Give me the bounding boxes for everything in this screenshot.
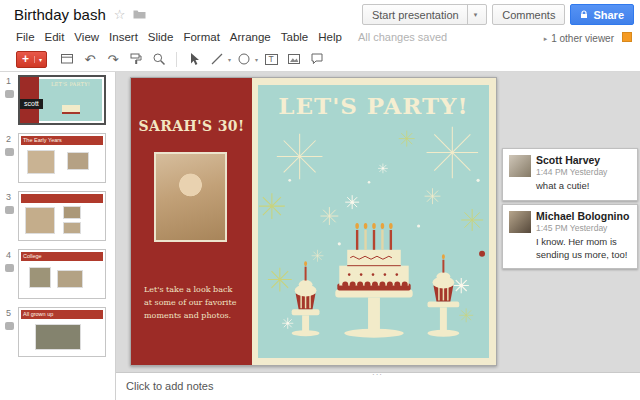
start-presentation-label: Start presentation bbox=[372, 9, 459, 21]
slide-thumbnail-5[interactable]: All grown up bbox=[18, 307, 106, 357]
viewer-label: 1 other viewer bbox=[551, 33, 614, 44]
slide-title-text[interactable]: LET'S PARTY! bbox=[258, 92, 489, 119]
starburst-icons-cream bbox=[277, 127, 478, 262]
menu-arrange[interactable]: Arrange bbox=[230, 31, 271, 43]
menu-format[interactable]: Format bbox=[183, 31, 219, 43]
menu-bar: File Edit View Insert Slide Format Arran… bbox=[0, 28, 640, 47]
textbox-tool-icon[interactable]: T bbox=[261, 50, 281, 69]
comment-card[interactable]: Scott Harvey 1:44 PM Yesterday what a cu… bbox=[502, 148, 638, 201]
menu-edit[interactable]: Edit bbox=[45, 31, 65, 43]
slide-row-5: 5 All grown up bbox=[0, 307, 116, 361]
menu-slide[interactable]: Slide bbox=[148, 31, 174, 43]
select-cursor-icon[interactable] bbox=[184, 50, 204, 69]
cupcake-left-graphic bbox=[292, 261, 320, 336]
slide-filmstrip: 1 LET'S PARTY! scott 2 The Early Years 3 bbox=[0, 72, 116, 400]
image-tool-icon[interactable] bbox=[284, 50, 304, 69]
toolbar-separator bbox=[176, 52, 177, 67]
comment-timestamp: 1:44 PM Yesterday bbox=[536, 167, 630, 177]
thumb1-teal-panel: LET'S PARTY! bbox=[39, 79, 102, 121]
menu-insert[interactable]: Insert bbox=[109, 31, 138, 43]
comment-author: Michael Bolognino bbox=[536, 210, 630, 222]
comment-card[interactable]: Michael Bolognino 1:45 PM Yesterday I kn… bbox=[502, 204, 638, 270]
menu-help[interactable]: Help bbox=[318, 31, 342, 43]
notes-placeholder[interactable]: Click to add notes bbox=[126, 380, 213, 392]
app-window: Birthday bash ☆ Start presentation ▾ Com… bbox=[0, 0, 640, 400]
share-button[interactable]: Share bbox=[570, 4, 634, 25]
slide-teal-panel[interactable]: LET'S PARTY! bbox=[258, 85, 489, 358]
red-ornament-dot bbox=[479, 251, 485, 257]
comment-author: Scott Harvey bbox=[536, 154, 630, 166]
viewer-caret-icon: ▸ bbox=[544, 35, 548, 43]
slide-decorations bbox=[258, 85, 489, 358]
start-presentation-button[interactable]: Start presentation ▾ bbox=[362, 4, 487, 25]
start-presentation-caret[interactable]: ▾ bbox=[467, 5, 478, 24]
slide-number: 2 bbox=[6, 134, 11, 144]
slide-comment-badge[interactable] bbox=[5, 322, 14, 330]
document-title[interactable]: Birthday bash bbox=[14, 6, 106, 23]
paint-format-icon[interactable] bbox=[126, 50, 146, 69]
slide-thumbnail-2[interactable]: The Early Years bbox=[18, 133, 106, 183]
shape-tool-icon[interactable] bbox=[234, 50, 254, 69]
comments-button-label: Comments bbox=[502, 9, 555, 21]
thumb2-photo bbox=[27, 150, 55, 174]
cake-graphic bbox=[337, 223, 410, 291]
star-icon[interactable]: ☆ bbox=[114, 8, 126, 21]
line-tool-caret-icon[interactable]: ▾ bbox=[228, 56, 231, 63]
thumb1-title: LET'S PARTY! bbox=[39, 81, 102, 87]
speaker-notes-area[interactable]: ··· Click to add notes bbox=[116, 372, 640, 400]
thumb2-photo bbox=[67, 152, 89, 170]
slide-number: 3 bbox=[6, 192, 11, 202]
slide-number: 5 bbox=[6, 308, 11, 318]
share-button-label: Share bbox=[593, 9, 624, 21]
slide-comment-badge[interactable] bbox=[5, 264, 14, 272]
sparkle-dots bbox=[288, 179, 479, 246]
slide-row-3: 3 bbox=[0, 191, 116, 245]
slide-number: 1 bbox=[6, 76, 11, 86]
comment-tool-icon[interactable] bbox=[307, 50, 327, 69]
thumb3-photo bbox=[25, 207, 55, 234]
zoom-icon[interactable] bbox=[149, 50, 169, 69]
new-slide-button[interactable]: + ▾ bbox=[16, 51, 47, 68]
save-status: All changes saved bbox=[358, 31, 447, 43]
presence-square[interactable] bbox=[622, 32, 632, 42]
menu-file[interactable]: File bbox=[16, 31, 35, 43]
shape-tool-caret-icon[interactable]: ▾ bbox=[255, 56, 258, 63]
slide-subtitle-text[interactable]: SARAH'S 30! bbox=[131, 118, 252, 134]
slide-thumbnail-1[interactable]: LET'S PARTY! scott bbox=[18, 75, 106, 125]
slide-row-4: 4 College bbox=[0, 249, 116, 303]
folder-icon[interactable] bbox=[133, 5, 146, 23]
cake-stand-graphic bbox=[335, 290, 412, 338]
child-photo[interactable] bbox=[154, 152, 227, 242]
slide-comment-badge[interactable] bbox=[5, 148, 14, 156]
slide-comment-badge[interactable] bbox=[5, 90, 14, 98]
slide-comment-badge[interactable] bbox=[5, 206, 14, 214]
textbox-glyph: T bbox=[265, 54, 278, 65]
thumb4-photo bbox=[29, 267, 51, 288]
new-slide-caret-icon[interactable]: ▾ bbox=[34, 56, 46, 63]
thumb2-title-bar: The Early Years bbox=[21, 136, 103, 145]
cupcake-right-graphic bbox=[428, 254, 460, 336]
thumb4-title-bar: College bbox=[21, 252, 103, 261]
thumb3-photo bbox=[63, 222, 81, 234]
lock-icon bbox=[580, 9, 588, 21]
slide-thumbnail-4[interactable]: College bbox=[18, 249, 106, 299]
current-slide[interactable]: SARAH'S 30! Let's take a look back at so… bbox=[130, 77, 497, 366]
candles-graphic bbox=[355, 223, 392, 250]
layout-icon[interactable] bbox=[57, 50, 77, 69]
toolbar: + ▾ ↶ ↷ ▾ ▾ T bbox=[0, 47, 640, 72]
menu-table[interactable]: Table bbox=[281, 31, 309, 43]
comments-button[interactable]: Comments bbox=[492, 4, 565, 25]
slide-thumbnail-3[interactable] bbox=[18, 191, 106, 241]
comment-text: what a cutie! bbox=[536, 180, 630, 193]
line-tool-icon[interactable] bbox=[207, 50, 227, 69]
thumb5-photo bbox=[35, 324, 81, 350]
slide-body-text[interactable]: Let's take a look back at some of our fa… bbox=[144, 284, 240, 322]
avatar-scott bbox=[509, 155, 531, 177]
redo-icon[interactable]: ↷ bbox=[103, 50, 123, 69]
notes-resize-handle[interactable]: ··· bbox=[372, 370, 383, 379]
menu-view[interactable]: View bbox=[74, 31, 99, 43]
slide-red-panel[interactable]: SARAH'S 30! Let's take a look back at so… bbox=[131, 78, 252, 365]
undo-icon[interactable]: ↶ bbox=[80, 50, 100, 69]
title-bar: Birthday bash ☆ Start presentation ▾ Com… bbox=[0, 0, 640, 28]
viewer-indicator[interactable]: ▸ 1 other viewer bbox=[544, 33, 614, 44]
